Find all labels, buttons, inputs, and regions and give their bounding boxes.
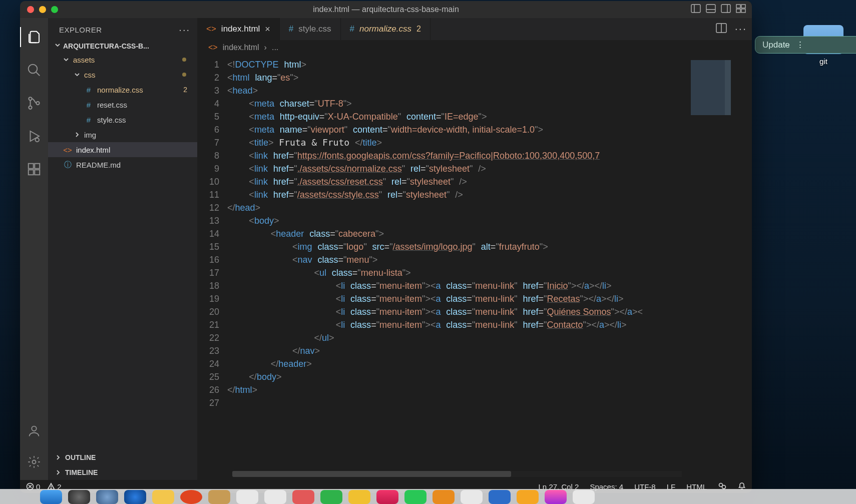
tree-file-style[interactable]: # style.css: [48, 112, 197, 127]
hash-icon: #: [350, 24, 354, 34]
tree-label: README.md: [76, 161, 121, 169]
chevron-right-icon: [55, 454, 61, 460]
tree-file-readme[interactable]: ⓘ README.md: [48, 157, 197, 172]
dock-app[interactable]: [348, 490, 370, 504]
modified-dot-icon: [182, 58, 186, 62]
tab-label: style.css: [298, 24, 331, 34]
svg-rect-19: [29, 170, 34, 175]
svg-rect-0: [691, 5, 700, 13]
activity-search[interactable]: [20, 56, 48, 84]
activity-source-control[interactable]: [20, 89, 48, 117]
customize-layout-icon[interactable]: [736, 4, 746, 15]
dock-app[interactable]: [320, 490, 342, 504]
tab-label: index.html: [221, 24, 260, 34]
tab-index-html[interactable]: <> index.html ×: [197, 18, 280, 40]
vscode-window: index.html — arquitectura-css-base-main: [20, 1, 752, 493]
dock-app[interactable]: [573, 490, 595, 504]
dock-app[interactable]: [433, 490, 455, 504]
dock-app[interactable]: [180, 490, 202, 504]
update-pill[interactable]: Update ⋮: [755, 36, 856, 54]
tab-normalize-css[interactable]: # normalize.css 2: [341, 18, 431, 40]
tree-file-normalize[interactable]: # normalize.css 2: [48, 82, 197, 97]
dock-app[interactable]: [208, 490, 230, 504]
tree-label: normalize.css: [97, 86, 143, 94]
svg-marker-15: [31, 131, 40, 141]
dock-app[interactable]: [292, 490, 314, 504]
close-window-button[interactable]: [27, 6, 34, 13]
breadcrumb-file: index.html: [223, 43, 259, 52]
project-header[interactable]: ARQUITECTURA-CSS-B...: [48, 40, 197, 52]
timeline-section[interactable]: TIMELINE: [48, 465, 197, 480]
tree-label: img: [84, 131, 96, 139]
activity-settings[interactable]: [20, 448, 48, 476]
dock-app[interactable]: [517, 490, 539, 504]
svg-rect-4: [721, 5, 730, 13]
tree-label: index.html: [76, 146, 110, 154]
dock-app[interactable]: [264, 490, 286, 504]
activity-extensions[interactable]: [20, 155, 48, 183]
window-title: index.html — arquitectura-css-base-main: [313, 5, 459, 14]
chevron-right-icon: ›: [264, 43, 267, 52]
update-label: Update: [762, 40, 790, 50]
editor[interactable]: 1234567891011121314151617181920212223242…: [197, 55, 752, 480]
sidebar-more-icon[interactable]: ···: [179, 24, 190, 36]
svg-point-10: [29, 65, 38, 74]
html-icon: <>: [208, 43, 218, 52]
close-icon[interactable]: ×: [265, 24, 270, 35]
sidebar-bottom-sections: OUTLINE TIMELINE: [48, 450, 197, 480]
html-icon: <>: [63, 146, 72, 154]
hash-icon: #: [84, 101, 93, 109]
tab-style-css[interactable]: # style.css: [280, 18, 341, 40]
dock-app[interactable]: [545, 490, 567, 504]
tree-file-index[interactable]: <> index.html: [48, 142, 197, 157]
dock-app[interactable]: [404, 490, 426, 504]
split-editor-icon[interactable]: [716, 23, 727, 35]
activity-explorer[interactable]: [20, 23, 48, 51]
dock-app[interactable]: [40, 490, 62, 504]
sidebar-header: EXPLORER ···: [48, 18, 197, 40]
editor-area: <> index.html × # style.css # normalize.…: [197, 18, 752, 480]
dock-app[interactable]: [124, 490, 146, 504]
dock[interactable]: [0, 489, 856, 504]
project-name: ARQUITECTURA-CSS-B...: [63, 42, 149, 50]
minimize-window-button[interactable]: [39, 6, 46, 13]
file-tree: assets css # normalize.css 2 # reset.css: [48, 52, 197, 450]
more-actions-icon[interactable]: ···: [735, 23, 747, 36]
chevron-right-icon: [74, 132, 80, 138]
breadcrumb-rest: ...: [272, 43, 278, 52]
maximize-window-button[interactable]: [51, 6, 58, 13]
activity-accounts[interactable]: [20, 417, 48, 445]
dock-app[interactable]: [68, 490, 90, 504]
svg-point-21: [32, 426, 36, 431]
dock-app[interactable]: [489, 490, 511, 504]
outline-section[interactable]: OUTLINE: [48, 450, 197, 465]
activity-run-debug[interactable]: [20, 122, 48, 150]
svg-point-16: [36, 138, 40, 142]
chevron-right-icon: [55, 469, 61, 475]
dock-app[interactable]: [152, 490, 174, 504]
dock-app[interactable]: [236, 490, 258, 504]
minimap[interactable]: [687, 55, 752, 480]
svg-rect-9: [741, 9, 745, 13]
toggle-panel-icon[interactable]: [706, 4, 716, 15]
toggle-secondary-sidebar-icon[interactable]: [721, 4, 731, 15]
tree-folder-css[interactable]: css: [48, 67, 197, 82]
tree-folder-img[interactable]: img: [48, 127, 197, 142]
dock-app[interactable]: [461, 490, 483, 504]
chevron-down-icon: [54, 42, 61, 50]
dock-app[interactable]: [376, 490, 398, 504]
svg-rect-2: [706, 5, 715, 13]
problems-badge: 2: [416, 25, 421, 34]
horizontal-scrollbar[interactable]: [232, 471, 682, 477]
tree-file-reset[interactable]: # reset.css: [48, 97, 197, 112]
activity-bar: [20, 18, 48, 480]
breadcrumb[interactable]: <> index.html › ...: [197, 40, 752, 55]
code-content[interactable]: <!DOCTYPE html> <html lang="es"> <head> …: [227, 55, 687, 480]
hash-icon: #: [84, 116, 93, 124]
info-icon: ⓘ: [63, 160, 72, 170]
tree-folder-assets[interactable]: assets: [48, 52, 197, 67]
tree-label: css: [84, 71, 96, 79]
dock-app[interactable]: [96, 490, 118, 504]
toggle-primary-sidebar-icon[interactable]: [691, 4, 701, 15]
html-icon: <>: [206, 24, 216, 34]
